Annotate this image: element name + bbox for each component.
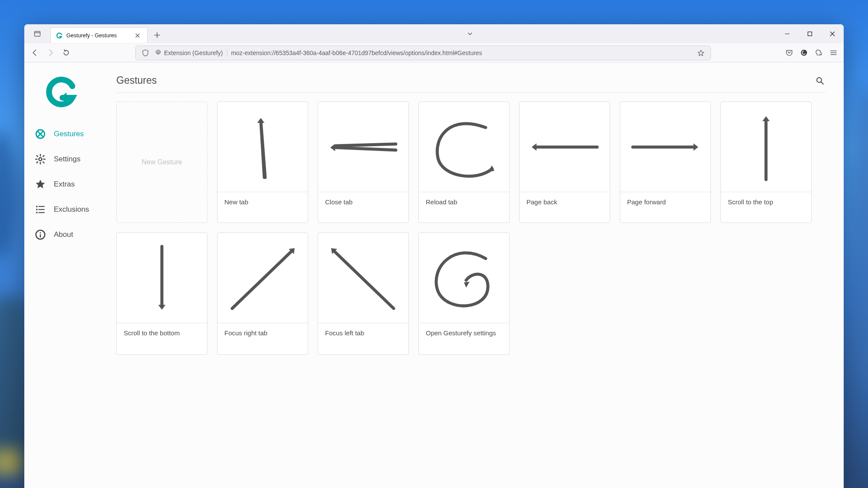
about-icon — [35, 229, 46, 240]
close-window-button[interactable] — [821, 24, 844, 43]
svg-point-5 — [801, 50, 807, 56]
sidebar-item-label: Extras — [54, 180, 75, 189]
settings-icon — [35, 154, 46, 165]
tab-close-button[interactable] — [133, 31, 142, 40]
url-text: moz-extension://65353a4f-360a-4aaf-b06e-… — [231, 49, 482, 56]
svg-rect-11 — [36, 206, 37, 207]
main-panel: Gestures New GestureNew tabClose tabRelo… — [116, 62, 844, 488]
gesture-card[interactable]: Page back — [519, 102, 610, 223]
window-controls — [776, 24, 844, 43]
svg-rect-3 — [808, 32, 812, 36]
sidebar-item-gestures[interactable]: Gestures — [24, 121, 116, 147]
site-identity-label: Extension (Gesturefy) — [164, 49, 223, 56]
nav-forward-button[interactable] — [43, 46, 57, 60]
gesture-thumbnail — [519, 102, 610, 192]
gesture-thumbnail — [419, 102, 509, 192]
svg-rect-15 — [36, 212, 37, 213]
maximize-button[interactable] — [799, 24, 821, 43]
browser-toolbar: Extension (Gesturefy) moz-extension://65… — [24, 43, 844, 62]
svg-rect-19 — [40, 234, 41, 238]
sidebar-item-label: Settings — [54, 155, 80, 164]
gesture-label: Focus right tab — [217, 323, 308, 354]
gesturefy-favicon-icon — [56, 32, 63, 39]
svg-point-10 — [39, 158, 42, 161]
sidebar-nav: GesturesSettingsExtrasExclusionsAbout — [24, 121, 116, 247]
new-gesture-card[interactable]: New Gesture — [116, 102, 207, 223]
svg-rect-4 — [158, 52, 159, 53]
gestures-icon — [35, 128, 46, 140]
nav-back-button[interactable] — [28, 46, 42, 60]
extensions-button[interactable] — [812, 46, 825, 60]
gesture-card[interactable]: Scroll to the bottom — [116, 233, 207, 355]
sidebar-item-extras[interactable]: Extras — [24, 172, 116, 197]
gesture-card[interactable]: Focus left tab — [318, 233, 409, 355]
gesture-label: Page forward — [620, 192, 710, 216]
gesture-label: Page back — [519, 192, 610, 216]
app-menu-button[interactable] — [826, 46, 840, 60]
wallpaper-blob — [0, 449, 22, 475]
svg-line-21 — [821, 82, 823, 84]
gesture-label: Reload tab — [419, 192, 509, 216]
gesturefy-logo-icon — [45, 75, 78, 108]
sidebar-item-label: Gestures — [54, 130, 84, 138]
gesture-thumbnail — [217, 102, 308, 192]
sidebar-item-label: Exclusions — [54, 205, 89, 214]
site-identity[interactable]: Extension (Gesturefy) — [155, 49, 227, 56]
gesture-card[interactable]: New tab — [217, 102, 308, 223]
sidebar-item-label: About — [54, 230, 73, 239]
gesture-card[interactable]: Open Gesturefy settings — [418, 233, 510, 355]
svg-rect-16 — [39, 212, 45, 213]
wallpaper-blob — [0, 130, 17, 260]
svg-point-18 — [39, 232, 41, 233]
sidebar-item-settings[interactable]: Settings — [24, 147, 116, 172]
page-title: Gestures — [116, 75, 157, 86]
gesture-card[interactable]: Scroll to the top — [720, 102, 812, 223]
wallpaper-blob — [855, 87, 868, 390]
sidebar-item-about[interactable]: About — [24, 222, 116, 247]
new-gesture-label: New Gesture — [141, 158, 182, 166]
reload-button[interactable] — [59, 46, 73, 60]
new-tab-button[interactable] — [150, 28, 164, 42]
gesture-card[interactable]: Focus right tab — [217, 233, 308, 355]
gesture-label: Close tab — [318, 192, 408, 216]
svg-rect-13 — [36, 209, 37, 210]
tab-title: Gesturefy - Gestures — [66, 33, 130, 39]
url-bar[interactable]: Extension (Gesturefy) moz-extension://65… — [135, 46, 711, 60]
gesture-thumbnail — [620, 102, 710, 192]
gesture-thumbnail — [318, 102, 408, 192]
save-to-pocket-button[interactable] — [782, 46, 796, 60]
gesture-label: New tab — [217, 192, 308, 216]
exclusions-icon — [35, 204, 46, 215]
gesture-thumbnail — [217, 233, 308, 323]
gesture-thumbnail — [419, 233, 509, 323]
gesture-thumbnail — [318, 233, 408, 323]
options-sidebar: GesturesSettingsExtrasExclusionsAbout — [24, 62, 116, 488]
svg-rect-14 — [39, 209, 45, 210]
gesture-label: Scroll to the bottom — [117, 323, 207, 354]
gestures-grid: New GestureNew tabClose tabReload tabPag… — [116, 102, 825, 355]
gesture-thumbnail — [721, 102, 811, 192]
svg-rect-12 — [39, 206, 45, 207]
gesture-label: Scroll to the top — [721, 192, 811, 216]
gesture-card[interactable]: Close tab — [318, 102, 409, 223]
tracking-protection-icon[interactable] — [139, 47, 151, 59]
gesture-card[interactable]: Reload tab — [418, 102, 510, 223]
svg-rect-0 — [35, 32, 40, 36]
list-all-tabs-button[interactable] — [463, 27, 477, 41]
sidebar-item-exclusions[interactable]: Exclusions — [24, 197, 116, 222]
browser-window: Gesturefy - Gestures — [24, 24, 844, 488]
bookmark-star-icon[interactable] — [695, 47, 707, 59]
minimize-button[interactable] — [776, 24, 799, 43]
gesture-label: Focus left tab — [318, 323, 408, 354]
browser-tab-strip: Gesturefy - Gestures — [24, 24, 844, 43]
gesture-card[interactable]: Page forward — [620, 102, 711, 223]
extras-icon — [35, 179, 46, 190]
main-header: Gestures — [116, 75, 825, 93]
search-gestures-button[interactable] — [814, 75, 825, 86]
gesture-label: Open Gesturefy settings — [419, 323, 509, 354]
page-content: GesturesSettingsExtrasExclusionsAbout Ge… — [24, 62, 844, 488]
firefox-spaces-button[interactable] — [24, 24, 50, 43]
gesture-thumbnail — [117, 233, 207, 323]
browser-tab[interactable]: Gesturefy - Gestures — [50, 27, 148, 43]
extension-pinned-icon[interactable] — [797, 46, 811, 60]
